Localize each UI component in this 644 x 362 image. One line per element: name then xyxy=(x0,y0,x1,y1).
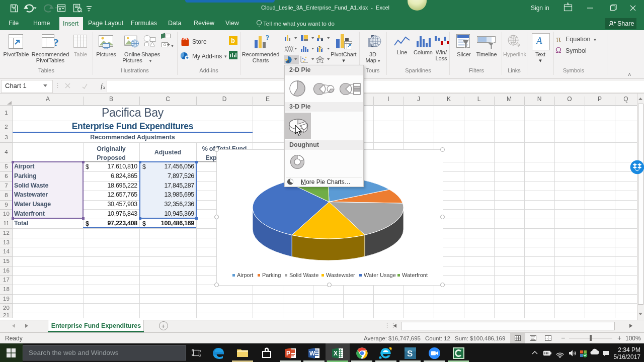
svg-text:X: X xyxy=(334,350,338,357)
svg-text:S: S xyxy=(407,349,413,358)
svg-text:?: ? xyxy=(53,36,59,49)
svg-text:W: W xyxy=(309,350,315,357)
svg-text:?: ? xyxy=(266,34,270,42)
svg-text:P: P xyxy=(286,350,290,357)
svg-text:x: x xyxy=(103,85,106,90)
